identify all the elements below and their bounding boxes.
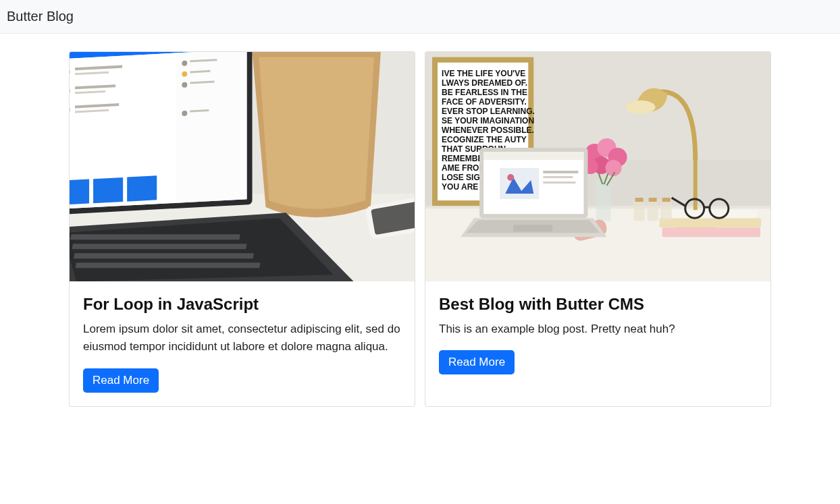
svg-rect-64 <box>634 199 645 221</box>
svg-rect-88 <box>513 225 552 231</box>
svg-rect-85 <box>543 181 575 184</box>
svg-rect-70 <box>596 180 610 221</box>
svg-point-82 <box>507 174 514 181</box>
svg-rect-57 <box>662 227 760 237</box>
svg-text:BE FEARLESS IN THE: BE FEARLESS IN THE <box>442 88 527 97</box>
svg-text:IVE THE LIFE YOU'VE: IVE THE LIFE YOU'VE <box>442 69 525 78</box>
svg-rect-66 <box>661 199 672 221</box>
blog-card-title: For Loop in JavaScript <box>83 295 401 314</box>
navbar: Butter Blog <box>0 0 840 34</box>
blog-card: For Loop in JavaScript Lorem ipsum dolor… <box>69 51 415 407</box>
blog-card-image: IVE THE LIFE YOU'VE LWAYS DREAMED OF. BE… <box>425 52 770 281</box>
read-more-button[interactable]: Read More <box>83 368 159 393</box>
svg-rect-81 <box>500 168 539 199</box>
svg-point-56 <box>626 101 656 114</box>
svg-rect-17 <box>70 179 89 205</box>
svg-rect-65 <box>648 199 658 221</box>
blog-grid: For Loop in JavaScript Lorem ipsum dolor… <box>62 34 778 420</box>
svg-rect-58 <box>660 218 761 227</box>
svg-text:FACE OF ADVERSITY.: FACE OF ADVERSITY. <box>442 97 527 107</box>
svg-rect-19 <box>127 175 157 201</box>
svg-rect-32 <box>72 244 247 249</box>
svg-text:EVER STOP LEARNING.: EVER STOP LEARNING. <box>442 107 535 116</box>
svg-rect-80 <box>483 152 583 160</box>
svg-rect-84 <box>543 176 573 178</box>
svg-rect-31 <box>70 234 240 240</box>
navbar-brand[interactable]: Butter Blog <box>7 9 74 24</box>
read-more-button[interactable]: Read More <box>439 350 515 374</box>
blog-card-summary: This is an example blog post. Pretty nea… <box>439 320 757 338</box>
svg-rect-83 <box>543 171 578 173</box>
blog-card-summary: Lorem ipsum dolor sit amet, consectetur … <box>83 320 401 356</box>
svg-rect-67 <box>635 198 644 202</box>
blog-card: IVE THE LIFE YOU'VE LWAYS DREAMED OF. BE… <box>425 51 771 407</box>
svg-text:WHENEVER POSSIBLE.: WHENEVER POSSIBLE. <box>442 125 534 135</box>
blog-card-title: Best Blog with Butter CMS <box>439 295 757 314</box>
blog-card-body: Best Blog with Butter CMS This is an exa… <box>425 281 770 388</box>
blog-card-image <box>70 52 415 281</box>
svg-text:ECOGNIZE THE    AUTY: ECOGNIZE THE AUTY <box>442 135 527 144</box>
svg-rect-34 <box>76 262 261 268</box>
svg-rect-18 <box>93 177 123 203</box>
svg-rect-69 <box>662 198 671 202</box>
blog-card-body: For Loop in JavaScript Lorem ipsum dolor… <box>70 281 415 406</box>
svg-text:SE YOUR IMAGINATION: SE YOUR IMAGINATION <box>442 116 534 125</box>
svg-rect-68 <box>649 198 657 202</box>
svg-text:LWAYS DREAMED OF.: LWAYS DREAMED OF. <box>442 78 527 88</box>
svg-rect-33 <box>74 253 254 258</box>
